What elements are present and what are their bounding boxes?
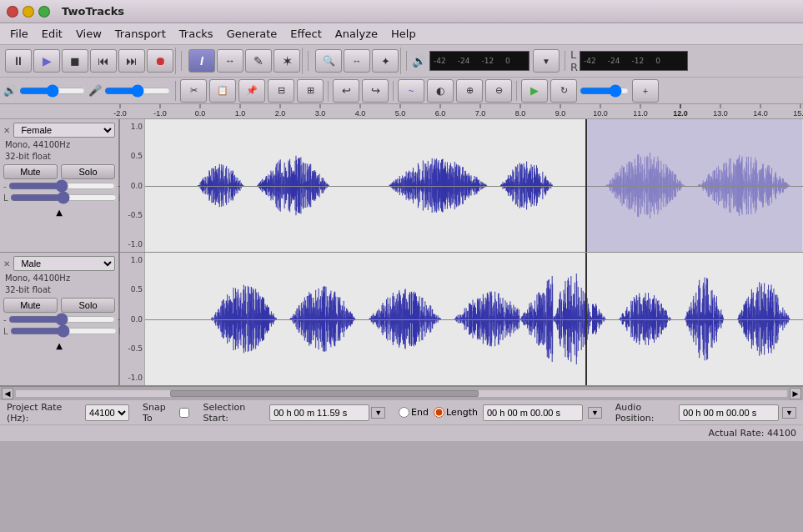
loop-btn[interactable]: ↻ — [550, 79, 577, 103]
length-radio[interactable] — [434, 407, 444, 418]
redo-button[interactable]: ↪ — [362, 79, 389, 103]
audio-position-input[interactable] — [679, 404, 779, 421]
end-radio[interactable] — [399, 407, 409, 418]
track-male-header: ✕ Male — [3, 256, 115, 271]
cut-button[interactable]: ✂ — [180, 79, 207, 103]
sep-r2d — [516, 81, 517, 101]
track-female-gain-minus: - — [3, 182, 7, 191]
svg-text:9.0: 9.0 — [555, 109, 566, 118]
svg-text:-1.0: -1.0 — [153, 109, 167, 118]
selection-end-down-btn[interactable]: ▼ — [588, 407, 602, 419]
menu-generate[interactable]: Generate — [220, 25, 284, 43]
track-male-collapse-icon[interactable]: ▲ — [56, 341, 63, 350]
track-male-name-select[interactable]: Male — [13, 256, 115, 271]
close-button[interactable] — [7, 6, 18, 18]
track-male-close[interactable]: ✕ — [3, 259, 10, 269]
selection-start-input[interactable] — [269, 404, 369, 421]
transport-buttons: ⏸ ▶ ◼ ⏮ ⏭ ⏺ — [3, 48, 176, 74]
track-female-solo-button[interactable]: Solo — [61, 164, 115, 179]
audio-position-down-btn[interactable]: ▼ — [782, 407, 796, 419]
zoom-buttons: 🔍 ↔ ✦ — [314, 48, 401, 74]
minimize-button[interactable] — [23, 6, 34, 18]
sep-r2a — [175, 81, 176, 101]
yaxis-m1.0: -1.0 — [122, 240, 143, 248]
toolbar-area: ⏸ ▶ ◼ ⏮ ⏭ ⏺ I ↔ ✎ ✶ 🔍 ↔ ✦ 🔊 -42 -24 — [0, 45, 803, 104]
play-button[interactable]: ▶ — [33, 49, 60, 73]
end-radio-item[interactable]: End — [399, 407, 429, 418]
skip-start-button[interactable]: ⏮ — [90, 49, 117, 73]
menu-edit[interactable]: Edit — [35, 25, 69, 43]
stop-button[interactable]: ◼ — [62, 49, 88, 73]
track-male-waveform[interactable] — [145, 253, 803, 385]
input-options-button[interactable]: ▼ — [533, 49, 560, 73]
selection-end-input[interactable] — [483, 404, 583, 421]
selection-start-down-btn[interactable]: ▼ — [371, 407, 385, 419]
trim-button[interactable]: ⊟ — [268, 79, 294, 103]
menu-analyze[interactable]: Analyze — [329, 25, 384, 43]
input-volume-icon: 🔊 — [412, 54, 426, 68]
menu-help[interactable]: Help — [384, 25, 423, 43]
yaxis2-0.5: 0.5 — [122, 285, 143, 294]
menu-tracks[interactable]: Tracks — [173, 25, 220, 43]
speed-plus-btn[interactable]: + — [632, 79, 659, 103]
pause-button[interactable]: ⏸ — [5, 49, 32, 73]
yaxis2-m0.5: -0.5 — [122, 344, 143, 353]
yaxis-0.5: 0.5 — [122, 152, 143, 160]
paste-button[interactable]: 📌 — [238, 79, 265, 103]
maximize-button[interactable] — [38, 6, 50, 18]
draw-mode-btn[interactable]: ~ — [398, 79, 424, 103]
undo-button[interactable]: ↩ — [333, 79, 359, 103]
track-male-solo-button[interactable]: Solo — [61, 298, 115, 313]
track-female-gain-slider[interactable] — [8, 181, 116, 191]
project-rate-group: Project Rate (Hz): 44100 48000 22050 — [7, 402, 129, 424]
zoom-sel-button[interactable]: ✦ — [372, 49, 399, 73]
length-radio-item[interactable]: Length — [434, 407, 478, 418]
zoom-out-button[interactable]: ↔ — [344, 49, 370, 73]
track-female-collapse-icon[interactable]: ▲ — [56, 208, 63, 217]
envelope-tool-button[interactable]: ↔ — [217, 49, 243, 73]
multi-tool-button[interactable]: ✶ — [274, 49, 300, 73]
zoom-out2-btn[interactable]: ⊖ — [485, 79, 512, 103]
track-male-gain-slider[interactable] — [8, 314, 116, 324]
audio-position-label: Audio Position: — [615, 402, 675, 424]
snap-to-group: Snap To — [143, 402, 189, 424]
scroll-thumb[interactable] — [170, 390, 479, 397]
copy-button[interactable]: 📋 — [209, 79, 236, 103]
snap-to-checkbox[interactable] — [179, 408, 189, 418]
track-male-pan-slider[interactable] — [10, 326, 118, 336]
track-male-mute-button[interactable]: Mute — [3, 298, 58, 313]
track-female-pan-slider[interactable] — [10, 193, 118, 203]
menu-view[interactable]: View — [69, 25, 108, 43]
separator-1 — [181, 51, 182, 71]
volume-slider[interactable] — [19, 86, 86, 96]
menu-effect[interactable]: Effect — [284, 25, 328, 43]
tool-buttons: I ↔ ✎ ✶ — [187, 48, 303, 74]
project-rate-select[interactable]: 44100 48000 22050 — [85, 404, 129, 421]
track-female-close[interactable]: ✕ — [3, 126, 10, 135]
scroll-left-button[interactable]: ◀ — [2, 388, 13, 399]
track-female-gain-row: - + — [3, 181, 115, 191]
track-female-waveform[interactable] — [145, 119, 803, 252]
menu-file[interactable]: File — [3, 25, 35, 43]
end-length-radio-group: End Length ▼ — [399, 404, 602, 421]
menu-transport[interactable]: Transport — [108, 25, 173, 43]
skip-end-button[interactable]: ⏭ — [118, 49, 145, 73]
volume-icon: 🔊 — [3, 84, 17, 97]
zoom-in2-btn[interactable]: ⊕ — [456, 79, 483, 103]
record-button[interactable]: ⏺ — [147, 49, 173, 73]
svg-text:14.0: 14.0 — [753, 109, 768, 118]
track-female-mute-button[interactable]: Mute — [3, 164, 58, 179]
mic-slider[interactable] — [104, 86, 171, 96]
scroll-track[interactable] — [15, 389, 788, 398]
draw-tool-button[interactable]: ✎ — [245, 49, 272, 73]
toolbar-row1: ⏸ ▶ ◼ ⏮ ⏭ ⏺ I ↔ ✎ ✶ 🔍 ↔ ✦ 🔊 -42 -24 — [0, 45, 803, 77]
play-green-btn[interactable]: ▶ — [521, 79, 548, 103]
silence-button[interactable]: ⊞ — [297, 79, 324, 103]
selection-tool-button[interactable]: I — [188, 49, 215, 73]
zoom-in-button[interactable]: 🔍 — [315, 49, 342, 73]
actual-rate-bar: Actual Rate: 44100 — [0, 424, 803, 441]
scroll-right-button[interactable]: ▶ — [790, 388, 801, 399]
smooth-btn[interactable]: ◐ — [427, 79, 454, 103]
playback-speed-slider[interactable] — [580, 86, 630, 96]
track-female-name-select[interactable]: Female — [13, 123, 115, 138]
